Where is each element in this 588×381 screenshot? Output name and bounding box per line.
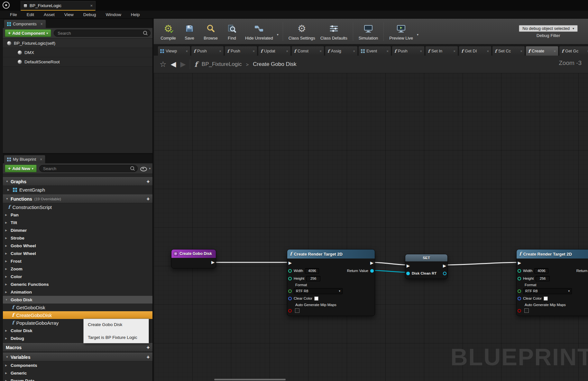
format-pin[interactable] <box>518 289 521 293</box>
width-pin[interactable] <box>288 269 292 273</box>
auto-generate-mip-maps-pin[interactable] <box>288 309 292 313</box>
tab-components[interactable]: Components × <box>4 20 46 28</box>
close-icon[interactable]: × <box>454 49 455 53</box>
visibility-filter-icon[interactable] <box>140 166 146 171</box>
simulation-button[interactable]: Simulation <box>356 20 381 43</box>
graph-tab-get-gc[interactable]: fGet Gc× <box>559 46 588 56</box>
menu-asset[interactable]: Asset <box>39 11 60 19</box>
category-pan[interactable]: ▶Pan <box>3 211 152 219</box>
section-header-variables[interactable]: ▼ Variables + <box>3 353 152 361</box>
category-generic[interactable]: ▶Generic <box>3 369 152 377</box>
category-color[interactable]: ▶Color <box>3 273 152 280</box>
disk-clean-rt-in-pin[interactable] <box>406 272 410 275</box>
expander-icon[interactable]: ▶ <box>5 221 8 224</box>
expander-icon[interactable]: ▶ <box>5 268 8 270</box>
node-set-disk-clean-rt[interactable]: SET ▶ ▶ Disk Clean RT <box>405 254 448 279</box>
graph-tab-viewport[interactable]: Viewp × <box>158 46 190 56</box>
height-input[interactable]: 256 <box>536 276 550 281</box>
node-create-render-target-2d-1[interactable]: f Create Render Target 2D ▶ ▶ Width 4096… <box>287 249 375 316</box>
close-icon[interactable]: × <box>40 157 42 162</box>
expander-icon[interactable]: ▶ <box>5 329 8 332</box>
format-dropdown[interactable]: RTF R8 ▾ <box>523 288 572 294</box>
save-button[interactable]: Save <box>179 20 200 43</box>
category-components[interactable]: ▶Components <box>3 361 152 369</box>
close-icon[interactable]: × <box>487 49 489 53</box>
graph-tab-push-2[interactable]: fPush× <box>225 46 257 56</box>
category-param-data[interactable]: ▶Param Data <box>3 377 152 381</box>
node-header[interactable]: f Create Render Target 2D <box>517 249 588 259</box>
unreal-engine-logo[interactable] <box>3 2 10 9</box>
forward-icon[interactable]: ▶ <box>180 60 186 68</box>
back-icon[interactable]: ◀ <box>171 60 176 68</box>
close-icon[interactable]: × <box>253 49 255 53</box>
list-item-constructionscript[interactable]: f ConstructionScript <box>3 203 152 211</box>
my-blueprint-search-input[interactable] <box>39 165 138 172</box>
clear-color-pin[interactable] <box>288 297 292 300</box>
expander-icon[interactable]: ▶ <box>5 364 8 367</box>
width-input[interactable]: 4096 <box>305 268 319 274</box>
category-gobo-disk[interactable]: ▼Gobo Disk <box>3 296 152 304</box>
tab-my-blueprint[interactable]: My Blueprint × <box>4 155 45 163</box>
expander-icon[interactable]: ▶ <box>5 283 8 286</box>
hide-unrelated-dropdown-icon[interactable]: ▾ <box>276 33 280 36</box>
menu-file[interactable]: File <box>5 11 22 19</box>
add-component-button[interactable]: + Add Component ▾ <box>5 29 51 37</box>
return-value-pin[interactable] <box>370 269 374 273</box>
height-input[interactable]: 256 <box>306 276 320 281</box>
section-header-functions[interactable]: ▼ Functions (19 Overridable) + <box>3 195 152 203</box>
category-strobe[interactable]: ▶Strobe <box>3 234 152 242</box>
add-function-icon[interactable]: + <box>147 196 150 202</box>
clear-color-pin[interactable] <box>518 297 521 300</box>
close-icon[interactable]: × <box>286 49 288 53</box>
debug-object-dropdown[interactable]: No debug object selected ▾ <box>519 25 578 32</box>
auto-generate-mip-maps-checkbox[interactable] <box>524 308 529 313</box>
add-macro-icon[interactable]: + <box>147 345 150 350</box>
list-item-eventgraph[interactable]: ▶ EventGraph <box>3 186 152 194</box>
tree-row-defaultsceneroot[interactable]: DefaultSceneRoot <box>3 57 152 67</box>
expander-icon[interactable]: ▶ <box>5 337 8 340</box>
add-new-button[interactable]: + Add New ▾ <box>5 165 37 172</box>
menu-view[interactable]: View <box>60 11 78 19</box>
height-pin[interactable] <box>518 277 521 280</box>
exec-out-pin[interactable]: ▶ <box>211 260 215 264</box>
function-getgobodisk[interactable]: f GetGoboDisk <box>3 304 152 311</box>
menu-window[interactable]: Window <box>101 11 126 19</box>
close-icon[interactable]: × <box>420 49 422 53</box>
close-icon[interactable]: × <box>219 49 221 53</box>
add-variable-icon[interactable]: + <box>147 354 150 360</box>
graph-tab-set-cc[interactable]: fSet Cc× <box>492 46 525 56</box>
graph-tab-set-in[interactable]: fSet In× <box>425 46 458 56</box>
preview-live-button[interactable]: Preview Live <box>387 20 416 43</box>
exec-out-pin[interactable]: ▶ <box>443 264 446 268</box>
expander-icon[interactable]: ▶ <box>7 188 11 191</box>
graph-horizontal-scrollbar[interactable] <box>214 379 286 380</box>
width-pin[interactable] <box>518 269 521 273</box>
graph-tab-update[interactable]: fUpdat× <box>258 46 291 56</box>
graph-tab-const[interactable]: fConst× <box>291 46 324 56</box>
hide-unrelated-button[interactable]: Hide Unrelated <box>243 20 276 43</box>
expander-icon[interactable]: ▶ <box>5 213 8 216</box>
category-dimmer[interactable]: ▶Dimmer <box>3 226 152 234</box>
category-gobo-wheel[interactable]: ▶Gobo Wheel <box>3 242 152 249</box>
class-defaults-button[interactable]: Class Defaults <box>318 20 350 43</box>
close-icon[interactable]: × <box>554 49 556 53</box>
format-dropdown[interactable]: RTF R8 ▾ <box>294 288 343 294</box>
components-search-input[interactable] <box>54 30 151 37</box>
graph-tab-create-active[interactable]: fCreate× <box>526 46 558 56</box>
close-icon[interactable]: × <box>520 49 522 53</box>
auto-generate-mip-maps-pin[interactable] <box>518 309 521 313</box>
asset-tab-bp-fixturelogic[interactable]: BP_FixtureLogic × <box>21 1 96 11</box>
close-icon[interactable]: × <box>320 49 322 53</box>
clear-color-swatch[interactable] <box>314 296 318 301</box>
node-header[interactable]: SET <box>405 254 447 261</box>
exec-in-pin[interactable]: ▶ <box>518 261 521 265</box>
function-creategobodisk-selected[interactable]: f CreateGoboDisk <box>3 311 152 319</box>
expander-icon[interactable]: ▶ <box>5 229 8 232</box>
expander-icon[interactable]: ▶ <box>5 379 8 381</box>
disk-clean-rt-out-pin[interactable] <box>443 272 446 275</box>
close-icon[interactable]: × <box>387 49 389 53</box>
expander-icon[interactable]: ▶ <box>5 372 8 375</box>
graph-tab-push-3[interactable]: fPush× <box>392 46 425 56</box>
category-frost[interactable]: ▶Frost <box>3 257 152 265</box>
graph-tab-push-1[interactable]: fPush× <box>191 46 224 56</box>
